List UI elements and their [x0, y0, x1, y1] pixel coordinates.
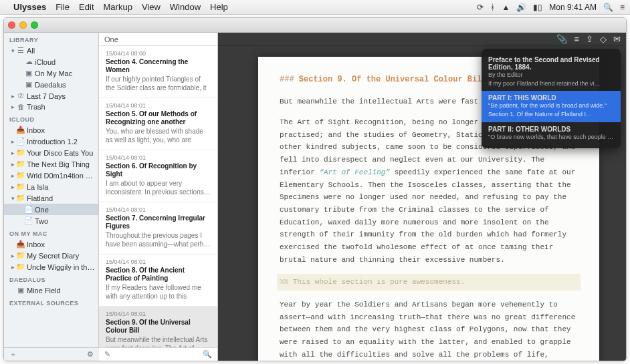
sheet-preview: I am about to appear very inconsistent. …	[106, 180, 211, 196]
sidebar-item[interactable]: ▣Daedalus	[4, 79, 98, 90]
sidebar-item-label: Two	[35, 217, 96, 225]
sheet-item[interactable]: 15/04/14 08:01Section 5. Of our Methods …	[99, 98, 217, 150]
disclosure-icon[interactable]: ▸	[9, 252, 16, 259]
sheet-item[interactable]: 15/04/14 08:01Section 9. Of the Universa…	[99, 307, 217, 347]
sidebar-item[interactable]: ▸📁Wrld D0m1n4tion Blog	[4, 170, 98, 181]
sync-icon[interactable]: ⟳	[477, 3, 484, 12]
sidebar-item[interactable]: ☁iCloud	[4, 56, 98, 67]
sheet-preview: If my Readers have followed me with any …	[106, 284, 211, 301]
sheet-date: 15/04/14 08:01	[106, 311, 211, 317]
app-window: LIBRARY▾☰All☁iCloud▣On My Mac▣Daedalus▸⑦…	[3, 17, 627, 361]
sheet-title: Section 8. Of the Ancient Practice of Pa…	[106, 266, 211, 283]
sidebar-item[interactable]: ▸📁The Next Big Thing	[4, 158, 98, 170]
wifi-icon[interactable]: ▲	[502, 3, 510, 12]
sidebar-item[interactable]: ▾📁Flatland	[4, 192, 98, 204]
sidebar-item[interactable]: ▸📄Introduction 1.2	[4, 136, 98, 147]
system-menubar: Ulysses File Edit Markup View Window Hel…	[0, 0, 630, 15]
sidebar-item[interactable]: ▸📁La Isla	[4, 181, 98, 192]
new-sheet-button[interactable]: ✎	[104, 350, 110, 359]
close-window-button[interactable]	[8, 21, 15, 29]
sheet-item[interactable]: 15/04/14 08:00Section 4. Concerning the …	[99, 46, 217, 98]
volume-icon[interactable]: 🔊	[516, 3, 526, 12]
sheet-title: Section 4. Concerning the Women	[106, 58, 211, 74]
sidebar-item[interactable]: ▸📁Uncle Wiggily in the…	[4, 261, 98, 272]
share-icon[interactable]: ⇪	[586, 34, 593, 44]
add-group-button[interactable]: ＋	[9, 349, 17, 359]
minimize-window-button[interactable]	[19, 21, 27, 29]
folder-icon: ▣	[24, 69, 33, 77]
popover-item[interactable]: PART I: THIS WORLD"Be patient, for the w…	[482, 91, 621, 122]
zoom-window-button[interactable]	[31, 21, 38, 29]
popover-item[interactable]: PART II: OTHER WORLDS"O brave new worlds…	[482, 122, 621, 145]
menu-file[interactable]: File	[56, 2, 70, 12]
library-sidebar: LIBRARY▾☰All☁iCloud▣On My Mac▣Daedalus▸⑦…	[4, 33, 99, 361]
attachments-icon[interactable]: 📎	[556, 34, 567, 44]
spotlight-icon[interactable]: 🔍	[603, 3, 613, 12]
sidebar-item[interactable]: ▾☰All	[4, 45, 98, 56]
sheet-list: One 15/04/14 08:00Section 4. Concerning …	[99, 33, 218, 361]
bluetooth-icon[interactable]: ᚼ	[490, 3, 495, 12]
folder-icon: 📄	[24, 205, 33, 214]
sidebar-item-label: Daedalus	[35, 81, 96, 89]
folder-icon: 📁	[16, 148, 25, 157]
folder-icon: ▣	[24, 80, 33, 89]
disclosure-icon[interactable]: ▾	[9, 195, 16, 202]
sheet-title: Section 9. Of the Universal Colour Bill	[106, 319, 211, 335]
disclosure-icon[interactable]: ▸	[9, 161, 16, 168]
sheet-list-header: One	[99, 33, 217, 46]
menu-help[interactable]: Help	[210, 2, 228, 12]
sidebar-item[interactable]: ▸🗑Trash	[4, 102, 98, 112]
folder-icon: ⑦	[16, 92, 25, 100]
menubar-clock[interactable]: Mon 9:41 AM	[549, 3, 597, 12]
sidebar-item[interactable]: ▣Mine Field	[4, 285, 98, 296]
sidebar-section-header: ICLOUD	[4, 112, 98, 124]
disclosure-icon[interactable]: ▸	[9, 172, 16, 179]
disclosure-icon[interactable]: ▸	[9, 184, 16, 190]
popover-item-sub: "Be patient, for the world is broad and …	[488, 102, 614, 110]
sheet-item[interactable]: 15/04/14 08:01Section 6. Of Recognition …	[99, 150, 217, 202]
folder-icon: 📄	[16, 137, 25, 146]
disclosure-icon[interactable]: ▸	[9, 104, 16, 110]
sidebar-item-label: All	[27, 47, 96, 55]
disclosure-icon[interactable]: ▸	[9, 138, 16, 145]
sidebar-item[interactable]: ▸⑦Last 7 Days	[4, 90, 98, 102]
sheet-item[interactable]: 15/04/14 08:01Section 7. Concerning Irre…	[99, 202, 217, 254]
menu-edit[interactable]: Edit	[79, 2, 94, 12]
sheet-preview: But meanwhile the intellectual Arts were…	[106, 336, 211, 347]
sidebar-item[interactable]: 📥Inbox	[4, 124, 98, 136]
sidebar-item-label: Uncle Wiggily in the…	[27, 263, 96, 271]
notifications-icon[interactable]: ≡	[620, 3, 625, 12]
menu-view[interactable]: View	[142, 2, 161, 12]
folder-icon: 📁	[16, 160, 25, 168]
sidebar-item[interactable]: ▣On My Mac	[4, 67, 98, 79]
sidebar-item[interactable]: 📄Two	[4, 215, 98, 226]
sidebar-footer: ＋ ⚙	[4, 347, 99, 361]
sheet-date: 15/04/14 08:00	[106, 50, 211, 57]
window-titlebar	[4, 18, 626, 33]
export-icon[interactable]: ✉	[613, 34, 621, 44]
folder-icon: 📁	[16, 194, 25, 202]
folder-icon: 📥	[16, 240, 25, 248]
disclosure-icon[interactable]: ▾	[9, 47, 16, 54]
menu-window[interactable]: Window	[170, 2, 201, 12]
app-name[interactable]: Ulysses	[13, 2, 46, 12]
bookmark-icon[interactable]: ◇	[600, 34, 607, 44]
sidebar-item[interactable]: 📥Inbox	[4, 238, 98, 250]
navigation-icon[interactable]: ≡	[574, 34, 579, 44]
disclosure-icon[interactable]: ▸	[9, 264, 16, 270]
search-sheets-button[interactable]: 🔍	[203, 350, 212, 359]
sidebar-item-label: Trash	[27, 103, 96, 111]
sidebar-item[interactable]: 📄One	[4, 204, 98, 215]
sheet-title: Section 5. Of our Methods of Recognizing…	[106, 110, 211, 126]
sidebar-item-label: One	[35, 206, 96, 214]
sidebar-item[interactable]: ▸📁Your Disco Eats You	[4, 147, 98, 158]
disclosure-icon[interactable]: ▸	[9, 93, 16, 100]
menu-markup[interactable]: Markup	[104, 2, 132, 12]
popover-item[interactable]: Preface to the Second and Revised Editio…	[482, 53, 621, 91]
disclosure-icon[interactable]: ▸	[9, 150, 16, 156]
sidebar-settings-icon[interactable]: ⚙	[87, 350, 94, 359]
battery-icon[interactable]: ▮▯	[533, 3, 542, 12]
sidebar-item[interactable]: ▸📁My Secret Diary	[4, 250, 98, 261]
sheet-item[interactable]: 15/04/14 08:01Section 8. Of the Ancient …	[99, 254, 217, 307]
sidebar-item-label: Inbox	[27, 240, 96, 248]
